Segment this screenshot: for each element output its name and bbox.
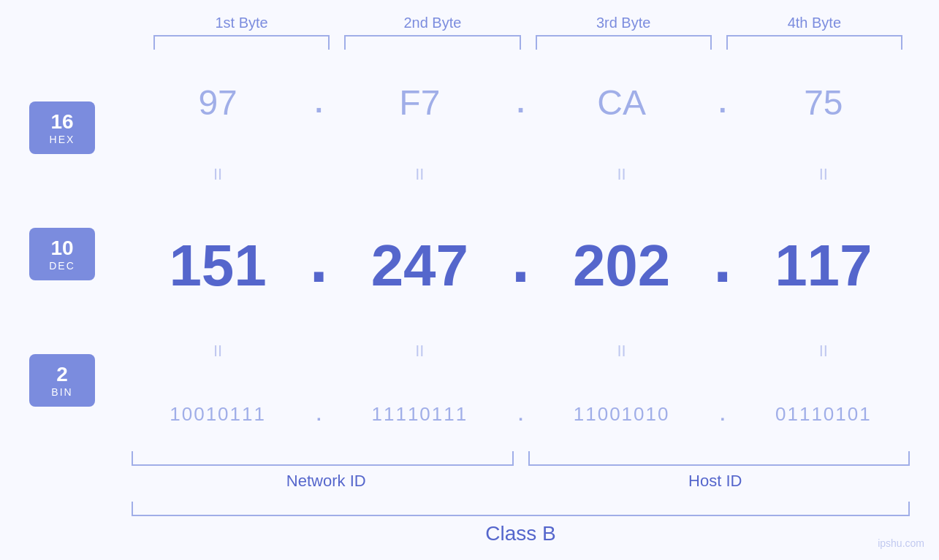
dec-cell-3: 202 <box>536 232 708 299</box>
host-id-label: Host ID <box>521 472 911 491</box>
top-brackets <box>146 35 910 50</box>
bracket-4 <box>726 35 902 50</box>
id-labels-row: Network ID Host ID <box>132 472 910 491</box>
hex-value-2: F7 <box>399 83 440 122</box>
hex-cell-3: CA <box>536 83 708 123</box>
hex-dot-1: . <box>304 86 333 119</box>
bin-cell-4: 01110101 <box>737 403 910 426</box>
bottom-section: Network ID Host ID Class B <box>132 451 910 545</box>
dec-value-4: 117 <box>775 233 872 298</box>
equals-2-3: II <box>536 342 708 361</box>
hex-row: 97 . F7 . CA . 75 <box>132 83 910 123</box>
equals-1-1: II <box>132 165 304 184</box>
hex-dot-2: . <box>506 86 536 119</box>
bracket-2 <box>344 35 520 50</box>
hex-cell-2: F7 <box>333 83 506 123</box>
equals-2-2: II <box>333 342 506 361</box>
class-label: Class B <box>132 522 910 545</box>
bin-cell-3: 11001010 <box>536 403 708 426</box>
bin-cell-1: 10010111 <box>132 403 304 426</box>
hex-cell-4: 75 <box>737 83 910 123</box>
dec-cell-1: 151 <box>132 232 304 299</box>
byte-label-3: 3rd Byte <box>528 15 719 31</box>
hex-value-3: CA <box>597 83 646 122</box>
bin-dot-1: . <box>304 404 333 425</box>
dec-base-number: 10 <box>41 237 83 260</box>
values-area: 97 . F7 . CA . 75 II II II II <box>132 64 910 444</box>
hex-base-name: HEX <box>41 134 83 145</box>
hex-value-4: 75 <box>804 83 843 122</box>
dec-dot-3: . <box>708 226 737 299</box>
dec-value-2: 247 <box>371 233 468 298</box>
dec-cell-4: 117 <box>737 232 910 299</box>
bin-base-name: BIN <box>41 386 83 398</box>
hex-value-1: 97 <box>198 83 237 122</box>
dec-base-name: DEC <box>41 260 83 272</box>
main-grid: 16 HEX 10 DEC 2 BIN 97 . F7 . CA . <box>29 64 910 444</box>
dec-cell-2: 247 <box>333 232 506 299</box>
network-bracket <box>132 451 514 466</box>
hex-cell-1: 97 <box>132 83 304 123</box>
bin-value-2: 11110111 <box>372 403 468 425</box>
dec-dot-1: . <box>304 226 333 299</box>
dec-row: 151 . 247 . 202 . 117 <box>132 226 910 299</box>
bin-cell-2: 11110111 <box>333 403 506 426</box>
bracket-1 <box>153 35 330 50</box>
hex-dot-3: . <box>708 86 737 119</box>
equals-row-2: II II II II <box>132 342 910 361</box>
network-id-label: Network ID <box>132 472 521 491</box>
bin-base-number: 2 <box>41 363 83 386</box>
equals-1-3: II <box>536 165 708 184</box>
bin-dot-2: . <box>506 404 536 425</box>
byte-labels-row: 1st Byte 2nd Byte 3rd Byte 4th Byte <box>146 15 910 31</box>
host-bracket <box>528 451 911 466</box>
hex-base-number: 16 <box>41 110 83 134</box>
dec-value-3: 202 <box>573 233 670 298</box>
base-labels-column: 16 HEX 10 DEC 2 BIN <box>29 64 132 444</box>
dec-value-1: 151 <box>169 233 266 298</box>
equals-2-4: II <box>737 342 910 361</box>
bin-value-4: 01110101 <box>775 403 872 425</box>
hex-badge: 16 HEX <box>29 101 95 154</box>
bin-value-1: 10010111 <box>170 403 266 425</box>
equals-row-1: II II II II <box>132 165 910 184</box>
bin-dot-3: . <box>708 404 737 425</box>
dec-dot-2: . <box>506 226 536 299</box>
byte-label-1: 1st Byte <box>146 15 337 31</box>
id-bracket-row <box>132 451 910 466</box>
dec-badge: 10 DEC <box>29 228 95 280</box>
equals-2-1: II <box>132 342 304 361</box>
equals-1-4: II <box>737 165 910 184</box>
watermark: ipshu.com <box>878 537 924 549</box>
bracket-3 <box>536 35 712 50</box>
byte-label-4: 4th Byte <box>719 15 910 31</box>
bin-value-3: 11001010 <box>574 403 670 425</box>
bin-badge: 2 BIN <box>29 354 95 407</box>
class-bracket <box>132 502 910 516</box>
bin-row: 10010111 . 11110111 . 11001010 . 0111010… <box>132 403 910 426</box>
byte-label-2: 2nd Byte <box>337 15 528 31</box>
equals-1-2: II <box>333 165 506 184</box>
